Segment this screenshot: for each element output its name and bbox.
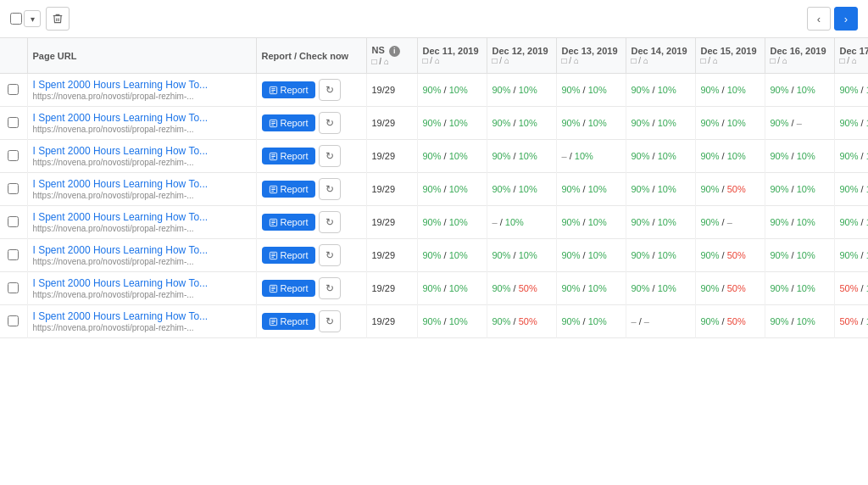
- delete-button[interactable]: [46, 7, 70, 31]
- row-checkbox-cell: [0, 74, 27, 107]
- row-dec17-cell: 50% / 10%: [834, 272, 868, 305]
- dec15-value: 90% / –: [701, 217, 732, 227]
- ns-value: 19/29: [372, 118, 396, 128]
- row-checkbox[interactable]: [8, 183, 19, 194]
- th-dec15: Dec 15, 2019 □ / ⌂: [695, 38, 765, 74]
- refresh-button[interactable]: ↻: [319, 145, 341, 167]
- page-url-link[interactable]: I Spent 2000 Hours Learning How To...: [33, 244, 251, 256]
- dec17-value: 90% / 10%: [840, 151, 869, 161]
- th-dec17-label: Dec 17, 2019: [840, 46, 869, 56]
- report-actions: Report ↻: [262, 178, 361, 200]
- prev-nav-button[interactable]: ‹: [807, 7, 831, 31]
- ns-info-icon[interactable]: i: [389, 46, 400, 57]
- row-checkbox[interactable]: [8, 216, 19, 227]
- select-dropdown-btn[interactable]: ▾: [24, 10, 41, 27]
- table-row: I Spent 2000 Hours Learning How To... ht…: [0, 305, 868, 338]
- row-dec13-cell: 90% / 10%: [556, 272, 626, 305]
- row-dec13-cell: 90% / 10%: [556, 107, 626, 140]
- dec12-value: 90% / 10%: [492, 118, 537, 128]
- ns-value: 19/29: [372, 85, 396, 95]
- th-dec16-label: Dec 16, 2019: [771, 46, 829, 56]
- refresh-button[interactable]: ↻: [319, 310, 341, 332]
- page-url-link[interactable]: I Spent 2000 Hours Learning How To...: [33, 211, 251, 223]
- report-button[interactable]: Report: [262, 313, 315, 330]
- th-dec13-sub: □ / ⌂: [562, 56, 620, 65]
- row-checkbox-cell: [0, 206, 27, 239]
- row-ns-cell: 19/29: [366, 74, 417, 107]
- row-dec12-cell: 90% / 10%: [487, 239, 556, 272]
- next-nav-button[interactable]: ›: [834, 7, 858, 31]
- page-url-link[interactable]: I Spent 2000 Hours Learning How To...: [33, 178, 251, 190]
- th-dec14: Dec 14, 2019 □ / ⌂: [626, 38, 695, 74]
- toolbar-left: ▾: [10, 7, 70, 31]
- row-checkbox[interactable]: [8, 282, 19, 293]
- page-url-sub: https://novena.pro/novosti/propal-rezhim…: [33, 224, 194, 233]
- refresh-button[interactable]: ↻: [319, 79, 341, 101]
- dec13-value: 90% / 10%: [562, 85, 607, 95]
- row-dec11-cell: 90% / 10%: [417, 107, 487, 140]
- refresh-button[interactable]: ↻: [319, 244, 341, 266]
- refresh-button[interactable]: ↻: [319, 178, 341, 200]
- refresh-button[interactable]: ↻: [319, 277, 341, 299]
- row-dec11-cell: 90% / 10%: [417, 140, 487, 173]
- page-url-sub: https://novena.pro/novosti/propal-rezhim…: [33, 290, 194, 299]
- report-actions: Report ↻: [262, 277, 361, 299]
- toolbar-right: ‹ ›: [807, 7, 858, 31]
- row-checkbox[interactable]: [8, 84, 19, 95]
- table-row: I Spent 2000 Hours Learning How To... ht…: [0, 239, 868, 272]
- page-url-link[interactable]: I Spent 2000 Hours Learning How To...: [33, 145, 251, 157]
- page-url-link[interactable]: I Spent 2000 Hours Learning How To...: [33, 79, 251, 91]
- report-button[interactable]: Report: [262, 148, 315, 164]
- report-actions: Report ↻: [262, 310, 361, 332]
- row-dec17-cell: 90% / 10%: [834, 140, 868, 173]
- dec16-value: 90% / –: [771, 118, 802, 128]
- refresh-button[interactable]: ↻: [319, 112, 341, 134]
- row-dec15-cell: 90% / 50%: [695, 305, 765, 338]
- main-container: ▾ ‹ › Page URL: [0, 0, 868, 338]
- dec11-value: 90% / 10%: [423, 250, 468, 260]
- row-checkbox[interactable]: [8, 249, 19, 260]
- row-ns-cell: 19/29: [366, 173, 417, 206]
- th-dec14-sub: □ / ⌂: [632, 56, 690, 65]
- row-dec12-cell: 90% / 50%: [487, 272, 556, 305]
- row-checkbox[interactable]: [8, 315, 19, 326]
- th-dec12: Dec 12, 2019 □ / ⌂: [487, 38, 556, 74]
- report-button[interactable]: Report: [262, 214, 315, 231]
- row-report-cell: Report ↻: [256, 239, 366, 272]
- dec13-value: 90% / 10%: [562, 250, 607, 260]
- row-dec16-cell: 90% / 10%: [765, 239, 834, 272]
- page-url-link[interactable]: I Spent 2000 Hours Learning How To...: [33, 310, 251, 322]
- select-all-checkbox[interactable]: [10, 13, 22, 25]
- page-url-link[interactable]: I Spent 2000 Hours Learning How To...: [33, 277, 251, 289]
- row-checkbox[interactable]: [8, 117, 19, 128]
- row-report-cell: Report ↻: [256, 305, 366, 338]
- row-report-cell: Report ↻: [256, 173, 366, 206]
- row-dec14-cell: 90% / 10%: [626, 140, 695, 173]
- page-url-sub: https://novena.pro/novosti/propal-rezhim…: [33, 125, 194, 134]
- refresh-button[interactable]: ↻: [319, 211, 341, 233]
- report-button[interactable]: Report: [262, 247, 315, 264]
- dec15-value: 90% / 10%: [701, 85, 746, 95]
- row-dec11-cell: 90% / 10%: [417, 74, 487, 107]
- row-dec14-cell: 90% / 10%: [626, 173, 695, 206]
- row-dec15-cell: 90% / 10%: [695, 74, 765, 107]
- row-report-cell: Report ↻: [256, 140, 366, 173]
- table-row: I Spent 2000 Hours Learning How To... ht…: [0, 173, 868, 206]
- row-dec15-cell: 90% / 10%: [695, 107, 765, 140]
- dec11-value: 90% / 10%: [423, 184, 468, 194]
- row-dec14-cell: 90% / 10%: [626, 74, 695, 107]
- row-checkbox[interactable]: [8, 150, 19, 161]
- report-button[interactable]: Report: [262, 181, 315, 198]
- dec17-value: 90% / 10%: [840, 118, 869, 128]
- dec13-value: – / 10%: [562, 151, 593, 161]
- th-ns: NS i □ / ⌂: [366, 38, 417, 74]
- page-url-link[interactable]: I Spent 2000 Hours Learning How To...: [33, 112, 251, 124]
- report-button[interactable]: Report: [262, 114, 315, 131]
- dec13-value: 90% / 10%: [562, 283, 607, 293]
- th-dec11-label: Dec 11, 2019: [423, 46, 481, 56]
- row-dec17-cell: 90% / 10%: [834, 206, 868, 239]
- row-dec15-cell: 90% / –: [695, 206, 765, 239]
- row-dec12-cell: 90% / 50%: [487, 305, 556, 338]
- report-button[interactable]: Report: [262, 280, 315, 297]
- report-button[interactable]: Report: [262, 81, 315, 98]
